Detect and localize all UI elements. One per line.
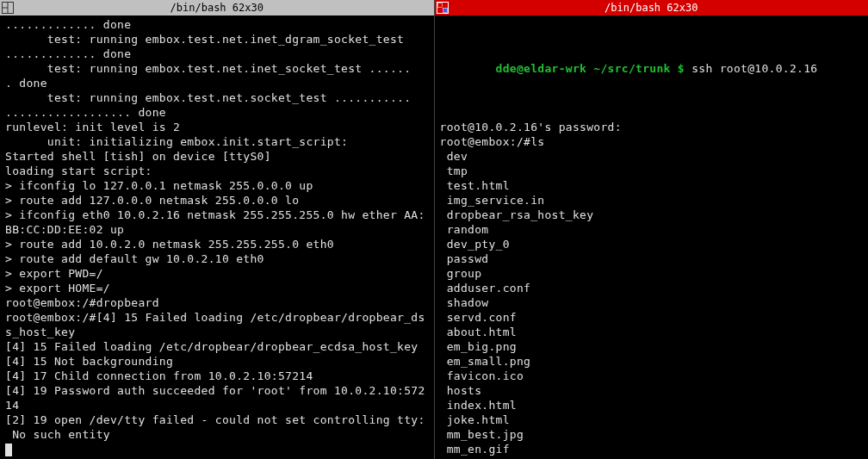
terminal-line: > ifconfig eth0 10.0.2.16 netmask 255.25… [5,208,431,222]
terminal-line: mm_en.gif [440,442,865,456]
left-titlebar-text: /bin/bash 62x30 [17,2,432,14]
ssh-command: ssh root@10.0.2.16 [691,62,817,75]
terminal-line: index.html [440,398,865,412]
prompt-user-host: dde@eldar-wrk [496,62,587,75]
svg-rect-5 [437,3,442,8]
terminal-line: BB:CC:DD:EE:02 up [5,222,431,237]
terminal-cursor [5,443,12,456]
terminal-line: Started shell [tish] on device [ttyS0] [5,149,431,164]
left-terminal-body[interactable]: ............. done test: running embox.t… [0,16,434,459]
terminal-line: img_service.in [440,193,865,208]
terminal-line: em_big.png [440,339,865,354]
right-terminal-pane: /bin/bash 62x30 dde@eldar-wrk ~/src/trun… [435,0,869,459]
terminal-line: dev [440,149,865,164]
terminal-line: [4] 19 Password auth succeeded for 'root… [5,383,431,398]
terminal-line: No such entity [5,427,431,442]
terminal-line: dev_pty_0 [440,237,865,251]
terminal-line: dropbear_rsa_host_key [440,208,865,222]
terminal-line: loading start script: [5,164,431,178]
terminal-line: mm_best.jpg [440,427,865,442]
right-terminal-body[interactable]: dde@eldar-wrk ~/src/trunk $ ssh root@10.… [435,16,869,459]
terminal-line: root@embox:/#ls [440,134,865,149]
terminal-line: ............. done [5,17,431,32]
terminal-line: s_host_key [5,325,431,339]
cursor-line[interactable] [5,442,431,456]
right-titlebar[interactable]: /bin/bash 62x30 [435,0,869,16]
terminal-line: tmp [440,164,865,178]
terminal-line: runlevel: init level is 2 [5,120,431,134]
prompt-path: ~/src/trunk [593,62,670,75]
terminal-line: [4] 15 Failed loading /etc/dropbear/drop… [5,339,431,354]
terminal-line: test.html [440,178,865,193]
split-pane-icon [2,2,14,14]
terminal-line: servd.conf [440,310,865,325]
terminal-line: adduser.conf [440,281,865,295]
split-terminal-container: /bin/bash 62x30 ............. done test:… [0,0,868,459]
terminal-line: > ifconfig lo 127.0.0.1 netmask 255.0.0.… [5,178,431,193]
terminal-line: root@embox:/#[4] 15 Failed loading /etc/… [5,310,431,325]
ssh-prompt-line: dde@eldar-wrk ~/src/trunk $ ssh root@10.… [440,47,865,90]
terminal-line: ............. done [5,47,431,61]
terminal-line: [4] 15 Not backgrounding [5,354,431,369]
terminal-line: favicon.ico [440,369,865,383]
terminal-line: em_small.png [440,354,865,369]
terminal-line: .................. done [5,105,431,120]
terminal-line: test: running embox.test.net.inet_dgram_… [5,32,431,47]
svg-rect-4 [443,9,447,13]
terminal-line: root@10.0.2.16's password: [440,120,865,134]
terminal-line: > route add 127.0.0.0 netmask 255.0.0.0 … [5,193,431,208]
terminal-line: > route add 10.0.2.0 netmask 255.255.255… [5,237,431,251]
left-titlebar[interactable]: /bin/bash 62x30 [0,0,434,16]
terminal-line: group [440,266,865,281]
terminal-line: about.html [440,325,865,339]
terminal-line: test: running embox.test.net.inet_socket… [5,61,431,76]
terminal-line: random [440,222,865,237]
terminal-line: > route add default gw 10.0.2.10 eth0 [5,251,431,266]
terminal-icon [437,2,449,14]
terminal-line: . done [5,76,431,90]
terminal-line: joke.html [440,412,865,427]
terminal-line: unit: initializing embox.init.start_scri… [5,134,431,149]
terminal-line: > export PWD=/ [5,266,431,281]
terminal-line: test: running embox.test.net.socket_test… [5,90,431,105]
terminal-line: hosts [440,383,865,398]
terminal-line: [4] 17 Child connection from 10.0.2.10:5… [5,369,431,383]
right-titlebar-text: /bin/bash 62x30 [452,2,867,14]
terminal-line: root@embox:/#dropbeard [5,295,431,310]
terminal-line: > export HOME=/ [5,281,431,295]
terminal-line: shadow [440,295,865,310]
terminal-line: passwd [440,251,865,266]
terminal-line: 14 [5,398,431,412]
left-terminal-pane: /bin/bash 62x30 ............. done test:… [0,0,435,459]
prompt-symbol: $ [678,62,685,75]
terminal-line: [2] 19 open /dev/tty failed - could not … [5,412,431,427]
